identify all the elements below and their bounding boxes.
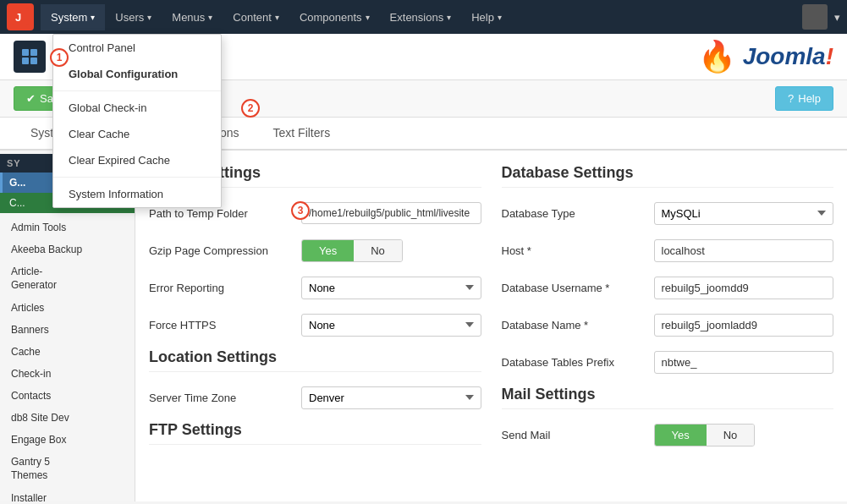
sidebar-item-gantry5[interactable]: Gantry 5Themes [0, 451, 135, 487]
sidebar-item-installer[interactable]: Installer [0, 487, 135, 501]
sidebar-item-akeeba[interactable]: Akeeba Backup [0, 238, 135, 260]
sidebar-item-engage-box[interactable]: Engage Box [0, 429, 135, 451]
gzip-yes-btn[interactable]: Yes [302, 240, 354, 261]
error-reporting-row: Error Reporting None Default Simple Maxi… [149, 274, 481, 301]
nav-system-arrow: ▾ [91, 13, 95, 22]
gzip-no-btn[interactable]: No [354, 240, 402, 261]
svg-text:J: J [15, 11, 21, 24]
timezone-label: Server Time Zone [149, 392, 301, 404]
svg-rect-2 [22, 49, 29, 56]
user-menu[interactable]: ▾ [834, 11, 840, 24]
send-mail-label: Send Mail [502, 429, 654, 441]
sidebar-item-admin-tools[interactable]: Admin Tools [0, 216, 135, 238]
db-username-label: Database Username * [502, 282, 654, 294]
host-input[interactable] [654, 239, 834, 262]
db-type-row: Database Type MySQLi MySQL PostgreSQL [502, 200, 834, 227]
db-username-input[interactable] [654, 277, 834, 299]
sidebar-item-article-gen[interactable]: Article-Generator [0, 260, 135, 297]
dropdown-control-panel[interactable]: Control Panel [53, 35, 221, 61]
timezone-row: Server Time Zone Denver UTC New York [149, 384, 481, 411]
nav-items: System ▾ Users ▾ Menus ▾ Content ▾ Compo… [41, 4, 512, 30]
badge-3: 3 [291, 201, 310, 220]
sidebar-item-cache[interactable]: Cache [0, 341, 135, 363]
nav-help[interactable]: Help ▾ [461, 4, 512, 30]
nav-menus-arrow: ▾ [208, 13, 212, 22]
error-reporting-label: Error Reporting [149, 282, 301, 294]
sidebar-item-articles[interactable]: Articles [0, 297, 135, 319]
send-mail-toggle: Yes No [654, 424, 756, 446]
send-mail-row: Send Mail Yes No [502, 421, 834, 448]
navbar-right: ▾ [802, 4, 840, 30]
sidebar-item-banners[interactable]: Banners [0, 319, 135, 341]
path-temp-label: Path to Temp Folder [149, 207, 301, 220]
dropdown-system-info[interactable]: System Information [53, 181, 221, 207]
joomla-exclaim: ! [826, 43, 833, 69]
dropdown-global-check-in[interactable]: Global Check-in [53, 95, 221, 121]
content-area: Server Settings Path to Temp Folder Gzip… [135, 151, 847, 501]
svg-rect-3 [30, 49, 37, 56]
dropdown-clear-cache[interactable]: Clear Cache [53, 121, 221, 147]
nav-components-arrow: ▾ [366, 13, 370, 22]
db-name-row: Database Name * [502, 311, 834, 338]
dropdown-clear-expired[interactable]: Clear Expired Cache [53, 147, 221, 173]
db-prefix-input[interactable] [654, 351, 834, 374]
joomla-flame-icon: 🔥 [698, 41, 736, 72]
badge-2: 2 [241, 99, 260, 118]
sidebar-item-check-in[interactable]: Check-in [0, 363, 135, 385]
dropdown-global-config[interactable]: Global Configuration [53, 61, 221, 87]
joomla-brand-text: Joomla! [743, 43, 833, 70]
nav-content[interactable]: Content ▾ [223, 4, 289, 30]
server-settings-col: Server Settings Path to Temp Folder Gzip… [149, 164, 481, 458]
nav-system[interactable]: System ▾ [41, 4, 105, 30]
joomla-nav-logo: J [7, 3, 34, 30]
sidebar-item-db8[interactable]: db8 Site Dev [0, 407, 135, 429]
path-temp-input[interactable] [301, 202, 481, 224]
joomla-logo: 🔥 Joomla! [698, 41, 833, 72]
force-https-label: Force HTTPS [149, 319, 301, 331]
db-name-input[interactable] [654, 314, 834, 337]
admin-icon [14, 41, 46, 73]
help-icon: ? [788, 92, 794, 105]
error-reporting-select[interactable]: None Default Simple Maximum [301, 277, 481, 299]
help-button[interactable]: ? Help [775, 86, 833, 111]
db-name-label: Database Name * [502, 319, 654, 331]
nav-help-arrow: ▾ [498, 13, 502, 22]
tab-text-filters[interactable]: Text Filters [256, 118, 348, 151]
send-mail-yes-btn[interactable]: Yes [655, 425, 707, 446]
nav-users[interactable]: Users ▾ [105, 4, 162, 30]
sidebar-item-contacts[interactable]: Contacts [0, 385, 135, 407]
db-type-label: Database Type [502, 207, 654, 220]
nav-extensions[interactable]: Extensions ▾ [380, 4, 462, 30]
db-username-row: Database Username * [502, 274, 834, 301]
force-https-row: Force HTTPS None Administrator Only Enti… [149, 311, 481, 338]
db-prefix-label: Database Tables Prefix [502, 356, 654, 369]
svg-rect-4 [22, 58, 29, 64]
gzip-row: Gzip Page Compression Yes No [149, 237, 481, 264]
ftp-settings-title: FTP Settings [149, 421, 481, 445]
system-dropdown: Control Panel Global Configuration Globa… [52, 34, 222, 208]
database-settings-col: Database Settings Database Type MySQLi M… [502, 164, 834, 458]
badge-1: 1 [50, 48, 69, 67]
timezone-select[interactable]: Denver UTC New York [301, 386, 481, 409]
nav-menus[interactable]: Menus ▾ [162, 4, 223, 30]
db-prefix-row: Database Tables Prefix [502, 348, 834, 375]
database-settings-title: Database Settings [502, 164, 834, 188]
host-label: Host * [502, 244, 654, 257]
dropdown-divider-2 [53, 177, 221, 178]
host-row: Host * [502, 237, 834, 264]
db-type-select[interactable]: MySQLi MySQL PostgreSQL [654, 202, 834, 225]
nav-components[interactable]: Components ▾ [289, 4, 380, 30]
svg-rect-5 [30, 58, 37, 64]
top-navbar: J System ▾ Users ▾ Menus ▾ Content ▾ Com… [0, 0, 847, 34]
nav-content-arrow: ▾ [275, 13, 279, 22]
force-https-select[interactable]: None Administrator Only Entire Site [301, 314, 481, 337]
send-mail-no-btn[interactable]: No [707, 425, 755, 446]
user-arrow-icon: ▾ [834, 11, 840, 24]
nav-users-arrow: ▾ [147, 13, 151, 22]
gzip-label: Gzip Page Compression [149, 244, 301, 257]
dropdown-divider-1 [53, 90, 221, 91]
user-avatar [802, 4, 828, 30]
gzip-toggle: Yes No [301, 239, 403, 262]
save-icon: ✔ [26, 92, 36, 105]
mail-settings-title: Mail Settings [502, 386, 834, 409]
